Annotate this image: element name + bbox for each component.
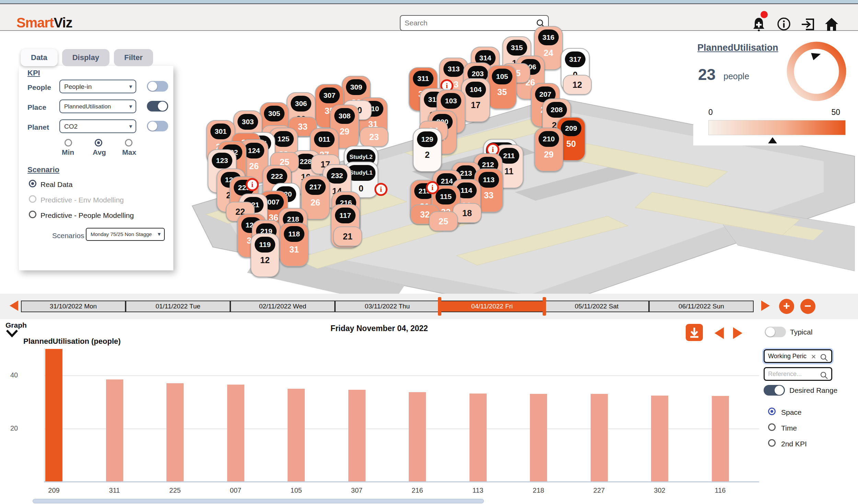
room-badge-119[interactable]: 11912: [251, 233, 279, 277]
x-axis: [44, 481, 759, 482]
bar-307[interactable]: [348, 390, 366, 481]
room-number: 309: [346, 79, 367, 95]
room-number: 307: [319, 87, 340, 103]
bar-113[interactable]: [469, 394, 487, 481]
timeline-zoom-in-button[interactable]: +: [779, 299, 794, 314]
x-tick-label: 307: [341, 487, 372, 494]
room-number: 113: [478, 172, 499, 188]
bar-209[interactable]: [45, 349, 62, 481]
app-logo: SmartViz: [16, 15, 72, 31]
timeline-next-icon[interactable]: [761, 301, 770, 311]
timeline-day-3[interactable]: 03/11/2022 Thu: [335, 301, 440, 312]
alert-info-marker-icon[interactable]: i: [246, 178, 259, 191]
notification-bell-icon[interactable]: [751, 16, 767, 32]
graph-collapse-chevron-icon[interactable]: [5, 329, 19, 338]
people-kpi-toggle[interactable]: [147, 81, 168, 92]
bar-116[interactable]: [712, 396, 729, 481]
search-icon[interactable]: [820, 371, 828, 380]
room-badge-105[interactable]: 10535: [488, 65, 517, 109]
working-period-filter[interactable]: Working Peric ✕: [764, 349, 832, 363]
timeline-day-selected[interactable]: 04/11/2022 Fri: [440, 301, 544, 312]
search-box[interactable]: [400, 15, 549, 31]
gauge-min-label: 0: [708, 108, 713, 117]
scenario-env-radio[interactable]: [29, 195, 36, 203]
graph-date-title: Friday November 04, 2022: [206, 324, 553, 333]
place-kpi-toggle[interactable]: [147, 101, 168, 112]
place-kpi-select[interactable]: PlannedUtilisation▾: [59, 99, 136, 113]
graph-next-icon[interactable]: [733, 327, 742, 339]
scenario-people-radio[interactable]: [29, 211, 36, 218]
graph-section-label: Graph: [5, 321, 27, 329]
timeline-day-5[interactable]: 05/11/2022 Sat: [544, 301, 649, 312]
bar-227[interactable]: [591, 394, 608, 481]
tab-data[interactable]: Data: [21, 49, 58, 66]
bar-105[interactable]: [288, 389, 305, 481]
mode-2ndkpi-label: 2nd KPI: [781, 440, 807, 448]
room-number: 125: [273, 131, 294, 147]
timeline-day-0[interactable]: 31/10/2022 Mon: [21, 301, 126, 312]
chart-title: PlannedUtilisation (people): [23, 337, 121, 346]
reference-filter[interactable]: Reference...: [764, 367, 832, 381]
desired-range-toggle[interactable]: [764, 385, 785, 396]
room-badge-104[interactable]: 10417: [461, 78, 490, 122]
room-value-chip[interactable]: 12: [563, 75, 592, 95]
x-tick-label: 116: [705, 487, 736, 494]
alert-info-marker-icon[interactable]: i: [426, 181, 439, 194]
room-value-chip[interactable]: 21: [333, 226, 362, 246]
search-input[interactable]: [405, 17, 532, 29]
y-tick-label: 20: [10, 424, 18, 432]
mode-time-radio[interactable]: [768, 423, 776, 431]
alert-info-marker-icon[interactable]: i: [374, 183, 387, 196]
graph-prev-icon[interactable]: [715, 327, 724, 339]
search-icon[interactable]: [820, 353, 828, 362]
room-badge-118[interactable]: 11831: [280, 223, 309, 267]
x-tick-label: 218: [523, 487, 554, 494]
mode-space-radio[interactable]: [768, 408, 776, 415]
bar-218[interactable]: [530, 394, 547, 481]
horizontal-scrollbar[interactable]: [33, 499, 484, 503]
planet-kpi-select[interactable]: CO2▾: [59, 119, 136, 133]
room-value-chip[interactable]: 23: [360, 127, 389, 147]
bar-216[interactable]: [409, 392, 426, 481]
chevron-down-icon: ▾: [129, 120, 132, 133]
timeline-day-1[interactable]: 01/11/2022 Tue: [126, 301, 230, 312]
chevron-down-icon: ▾: [129, 80, 132, 93]
bar-311[interactable]: [106, 379, 123, 481]
kpi-place-label: Place: [27, 103, 46, 112]
planet-kpi-toggle[interactable]: [147, 121, 168, 131]
agg-avg-radio[interactable]: [95, 139, 102, 146]
bar-007[interactable]: [227, 385, 244, 481]
home-icon[interactable]: [824, 16, 839, 32]
gauge-title[interactable]: PlannedUtilisation: [697, 43, 778, 53]
room-badge-210[interactable]: 21029: [534, 128, 563, 172]
tab-display[interactable]: Display: [62, 49, 109, 66]
room-badge-129[interactable]: 1292: [413, 128, 442, 172]
scenarios-select[interactable]: Monday 75/25 Non Stagge▾: [86, 228, 165, 241]
timeline-zoom-out-button[interactable]: −: [800, 299, 815, 314]
typical-toggle[interactable]: [765, 327, 786, 337]
agg-min-radio[interactable]: [65, 139, 72, 146]
scenario-realdata-radio[interactable]: [29, 180, 36, 187]
timeline-day-6[interactable]: 06/11/2022 Sun: [649, 301, 754, 312]
people-kpi-select[interactable]: People-in▾: [59, 80, 136, 93]
gauge-card: PlannedUtilisation 23 people 0 50: [693, 32, 852, 145]
tab-filter[interactable]: Filter: [114, 49, 153, 66]
timeline-handle-right[interactable]: [543, 297, 546, 316]
scenario-env-label: Predictive - Env Modelling: [40, 196, 124, 204]
room-number: 301: [210, 124, 231, 139]
download-button[interactable]: [686, 324, 703, 341]
x-tick-label: 302: [644, 487, 675, 494]
room-value-chip[interactable]: 25: [429, 211, 458, 231]
mode-2ndkpi-radio[interactable]: [768, 439, 776, 447]
clear-filter-icon[interactable]: ✕: [811, 353, 816, 361]
y-axis: [44, 348, 45, 481]
bar-302[interactable]: [651, 396, 668, 481]
x-tick-label: 311: [99, 487, 130, 494]
timeline-day-2[interactable]: 02/11/2022 Wed: [230, 301, 335, 312]
timeline-handle-left[interactable]: [438, 297, 441, 316]
agg-max-radio[interactable]: [125, 139, 132, 146]
bar-225[interactable]: [166, 383, 184, 481]
timeline-prev-icon[interactable]: [10, 301, 18, 311]
logout-icon[interactable]: [800, 16, 816, 32]
info-icon[interactable]: [776, 16, 791, 32]
